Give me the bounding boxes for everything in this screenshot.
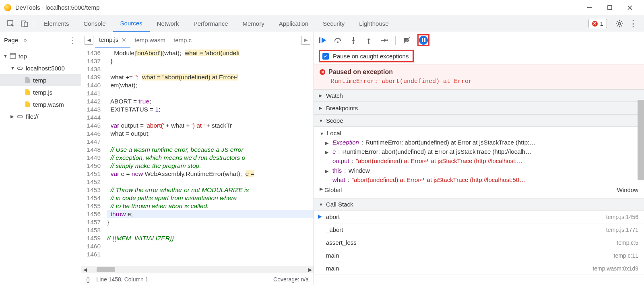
callstack-section-header[interactable]: ▼Call Stack	[314, 198, 644, 211]
step-icon[interactable]	[379, 35, 389, 45]
editor-nav-back-icon[interactable]: ◀	[85, 36, 93, 45]
device-toolbar-icon[interactable]	[18, 17, 31, 31]
navigator-pane: Page » ⋮ ▼top▼localhost:5000temptemp.jst…	[0, 32, 81, 285]
navigator-more-chevron-icon[interactable]: »	[24, 37, 27, 43]
doc-icon	[24, 77, 31, 83]
origin-icon	[17, 113, 23, 120]
debugger-vscrollbar[interactable]	[638, 100, 644, 180]
tree-item-label: temp.js	[33, 89, 52, 96]
main-toolbar: ElementsConsoleSourcesNetworkPerformance…	[0, 15, 644, 32]
error-count: 1	[600, 20, 603, 27]
devtools-icon	[4, 4, 11, 11]
scope-body: ▼Local ▶Exception: RuntimeError: abort(u…	[314, 127, 644, 198]
editor-statusbar: {} Line 1458, Column 1 Coverage: n/a	[81, 273, 314, 285]
step-out-icon[interactable]	[364, 35, 374, 45]
tab-console[interactable]: Console	[76, 15, 113, 32]
pause-caught-exceptions-highlight: ✓ Pause on caught exceptions	[319, 50, 414, 62]
tree-item-temp-wasm[interactable]: temp.wasm	[0, 98, 81, 110]
file-tab-temp-js[interactable]: temp.js✕	[95, 32, 130, 48]
tab-network[interactable]: Network	[150, 15, 186, 32]
toolbar-separator	[395, 36, 396, 45]
tree-item-label: localhost:5000	[26, 65, 65, 72]
tree-item-label: temp.wasm	[33, 101, 64, 108]
debugger-toolbar	[314, 32, 644, 48]
kebab-menu-icon[interactable]: ⋮	[626, 17, 640, 31]
tab-lighthouse[interactable]: Lighthouse	[352, 15, 396, 32]
tab-elements[interactable]: Elements	[37, 15, 76, 32]
breakpoints-section-header[interactable]: ▶Breakpoints	[314, 102, 644, 114]
navigator-panel-label[interactable]: Page	[4, 37, 18, 43]
stack-frame--abort[interactable]: _aborttemp.js:1771	[314, 223, 644, 236]
scope-local-header[interactable]: ▼Local	[314, 128, 644, 138]
pretty-print-icon[interactable]: {}	[86, 276, 90, 283]
tree-item-file---[interactable]: ▶file://	[0, 110, 81, 122]
exception-banner: ✕ Paused on exception RuntimeError: abor…	[314, 64, 644, 89]
settings-gear-icon[interactable]	[613, 17, 626, 31]
code-lines: Module['onAbort'](what); what = 'abort(u…	[104, 48, 314, 266]
scope-section-header[interactable]: ▼Scope	[314, 114, 644, 127]
step-into-icon[interactable]	[349, 35, 358, 45]
callstack-body: aborttemp.js:1456_aborttemp.js:1771asser…	[314, 211, 644, 275]
deactivate-breakpoints-icon[interactable]	[402, 35, 412, 45]
tree-item-top[interactable]: ▼top	[0, 50, 81, 62]
origin-icon	[17, 65, 23, 71]
pause-on-exceptions-icon[interactable]	[419, 36, 428, 45]
inspect-element-icon[interactable]	[4, 17, 18, 31]
svg-line-15	[621, 21, 622, 22]
file-tab-temp-c[interactable]: temp.c	[169, 32, 196, 48]
stack-frame-main[interactable]: maintemp.c:11	[314, 249, 644, 262]
tab-application[interactable]: Application	[272, 15, 316, 32]
window-maximize-button[interactable]	[600, 0, 620, 15]
watch-section-header[interactable]: ▶Watch	[314, 89, 644, 102]
file-tab-temp-wasm[interactable]: temp.wasm	[130, 32, 169, 48]
window-close-button[interactable]	[620, 0, 640, 15]
tree-item-temp-js[interactable]: temp.js	[0, 86, 81, 98]
tree-item-label: file://	[26, 113, 39, 120]
svg-line-14	[617, 25, 618, 26]
editor-hscrollbar[interactable]: ◀▶	[81, 266, 314, 273]
scope-var-exception[interactable]: ▶Exception: RuntimeError: abort(undefine…	[314, 138, 644, 147]
svg-rect-6	[24, 22, 27, 27]
stack-frame-assert-less[interactable]: assert_lesstemp.c:5	[314, 236, 644, 249]
error-count-pill[interactable]: ✕ 1	[588, 19, 607, 28]
cursor-position: Line 1458, Column 1	[96, 276, 148, 283]
window-minimize-button[interactable]	[580, 0, 600, 15]
scope-var-what[interactable]: what: "abort(undefined) at Error↵ at jsS…	[314, 175, 644, 185]
svg-rect-16	[10, 54, 16, 58]
svg-rect-18	[319, 37, 320, 43]
step-over-icon[interactable]	[333, 35, 343, 45]
stack-frame-main[interactable]: maintemp.wasm:0x1d9	[314, 262, 644, 275]
svg-point-23	[368, 42, 369, 44]
pause-caught-checkbox[interactable]: ✓	[322, 53, 329, 60]
debugger-pane: ✓ Pause on caught exceptions ✕ Paused on…	[314, 32, 644, 285]
tree-item-temp[interactable]: temp	[0, 74, 81, 86]
svg-point-19	[337, 41, 339, 43]
error-icon: ✕	[320, 69, 325, 75]
tab-performance[interactable]: Performance	[186, 15, 235, 32]
stack-frame-abort[interactable]: aborttemp.js:1456	[314, 211, 644, 223]
window-title: DevTools - localhost:5000/temp	[15, 4, 580, 11]
navigator-menu-icon[interactable]: ⋮	[69, 35, 77, 45]
tab-sources[interactable]: Sources	[113, 15, 150, 32]
tree-item-localhost-5000[interactable]: ▼localhost:5000	[0, 62, 81, 74]
scope-global-row[interactable]: ▶Global Window	[314, 185, 644, 195]
tab-memory[interactable]: Memory	[235, 15, 272, 32]
pause-caught-exceptions-row: ✓ Pause on caught exceptions	[314, 48, 644, 64]
close-tab-icon[interactable]: ✕	[122, 37, 126, 43]
navigator-header: Page » ⋮	[0, 32, 81, 48]
resume-icon[interactable]	[318, 35, 328, 45]
js-icon	[24, 89, 31, 95]
code-editor[interactable]: 1436143714381439144014411442144314441445…	[81, 48, 314, 266]
scope-var-this[interactable]: ▶this: Window	[314, 166, 644, 175]
scope-var-output[interactable]: output: "abort(undefined) at Error↵ at j…	[314, 156, 644, 166]
editor-pane: ◀ temp.js✕temp.wasmtemp.c ▶ 143614371438…	[81, 32, 314, 285]
pause-caught-label: Pause on caught exceptions	[333, 53, 409, 60]
scope-var-e[interactable]: ▶e: RuntimeError: abort(undefined) at Er…	[314, 147, 644, 156]
tab-security[interactable]: Security	[316, 15, 352, 32]
svg-point-21	[353, 42, 354, 44]
line-gutter: 1436143714381439144014411442144314441445…	[81, 48, 104, 266]
editor-run-icon[interactable]: ▶	[301, 36, 310, 45]
svg-point-7	[618, 23, 621, 25]
frame-icon	[10, 53, 16, 59]
exception-header: Paused on exception	[328, 68, 393, 76]
